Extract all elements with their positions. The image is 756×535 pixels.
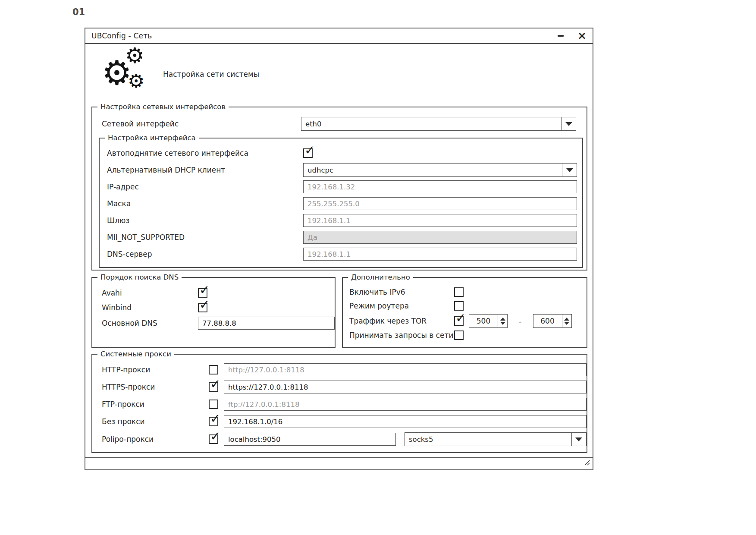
tor-checkbox[interactable]: ✓ <box>454 316 464 326</box>
winbind-label: Winbind <box>102 303 198 312</box>
ipv6-row: Включить IPv6 ✓ <box>349 286 587 298</box>
mask-label: Маска <box>107 199 303 208</box>
chevron-down-icon[interactable] <box>562 164 577 176</box>
spinner-buttons[interactable] <box>562 315 571 327</box>
chevron-down-icon[interactable] <box>561 117 576 130</box>
no-proxy-label: Без прокси <box>102 417 209 426</box>
accept-requests-label: Принимать запросы в сети <box>349 331 454 340</box>
http-proxy-label: HTTP-прокси <box>102 365 209 374</box>
tor-port-from-spinner[interactable]: 500 <box>469 314 508 328</box>
tor-port-from-value: 500 <box>469 315 498 327</box>
tor-port-to-spinner[interactable]: 600 <box>533 314 572 328</box>
ftp-proxy-checkbox[interactable]: ✓ <box>209 400 218 409</box>
gateway-input[interactable] <box>303 214 577 227</box>
triangle-down-icon <box>575 437 582 441</box>
https-proxy-row: HTTPS-прокси ✓ <box>102 381 587 393</box>
ftp-proxy-row: FTP-прокси ✓ <box>102 398 587 411</box>
minimize-button[interactable] <box>557 32 565 40</box>
no-proxy-input[interactable] <box>224 415 587 428</box>
gears-icon: ⚙ ⚙ ⚙ <box>102 44 154 100</box>
interface-select-value: eth0 <box>305 120 322 128</box>
avahi-label: Avahi <box>102 289 198 297</box>
avahi-checkbox[interactable]: ✓ <box>198 288 207 298</box>
primary-dns-label: Основной DNS <box>102 319 198 327</box>
ipv6-label: Включить IPv6 <box>349 288 454 296</box>
spin-up-icon[interactable] <box>500 318 505 321</box>
http-proxy-row: HTTP-прокси ✓ <box>102 363 587 376</box>
polipo-proxy-checkbox[interactable]: ✓ <box>209 434 218 444</box>
check-icon: ✓ <box>304 144 315 157</box>
dhcp-row: Альтернативный DHCP клиент udhcpc <box>107 163 577 177</box>
gear-medium-icon: ⚙ <box>125 45 144 66</box>
winbind-checkbox[interactable]: ✓ <box>198 303 207 312</box>
dns-order-group: Порядок поиска DNS Avahi ✓ Winbind ✓ Осн… <box>91 277 336 348</box>
app-window: UBConfig - Сеть × ⚙ ⚙ ⚙ Настройка сети с… <box>85 28 593 470</box>
mii-label: MII_NOT_SUPPORTED <box>107 233 303 242</box>
polipo-protocol-select[interactable]: socks5 <box>405 432 587 446</box>
primary-dns-input[interactable] <box>198 317 335 330</box>
http-proxy-checkbox[interactable]: ✓ <box>209 365 218 374</box>
https-proxy-label: HTTPS-прокси <box>102 383 209 391</box>
mii-input <box>303 231 577 244</box>
tor-label: Траффик через TOR <box>349 317 454 325</box>
gateway-row: Шлюз <box>107 214 577 227</box>
check-icon: ✓ <box>199 284 210 296</box>
gateway-label: Шлюз <box>107 216 303 225</box>
polipo-proxy-label: Polipo-прокси <box>102 435 209 444</box>
polipo-proxy-input[interactable] <box>224 433 396 446</box>
https-proxy-checkbox[interactable]: ✓ <box>209 382 218 392</box>
no-proxy-row: Без прокси ✓ <box>102 415 587 428</box>
router-mode-checkbox[interactable]: ✓ <box>454 301 464 311</box>
polipo-proxy-row: Polipo-прокси ✓ socks5 <box>102 432 587 446</box>
triangle-down-icon <box>565 122 572 126</box>
resize-grip-icon[interactable] <box>583 459 590 467</box>
chevron-down-icon[interactable] <box>571 433 586 446</box>
spin-up-icon[interactable] <box>564 318 569 321</box>
winbind-row: Winbind ✓ <box>102 302 335 313</box>
check-icon: ✓ <box>455 312 466 324</box>
mask-row: Маска <box>107 197 577 211</box>
autoup-checkbox[interactable]: ✓ <box>303 148 313 158</box>
proxies-group-legend: Системные прокси <box>97 350 174 358</box>
ftp-proxy-input[interactable] <box>224 398 587 411</box>
status-bar <box>85 457 593 469</box>
page-number: 01 <box>72 7 85 17</box>
dhcp-client-select[interactable]: udhcpc <box>303 163 577 177</box>
spinner-buttons[interactable] <box>498 315 507 327</box>
mii-row: MII_NOT_SUPPORTED <box>107 230 577 244</box>
dns-server-label: DNS-сервер <box>107 250 303 258</box>
dns-server-input[interactable] <box>303 248 577 261</box>
ip-input[interactable] <box>303 180 577 193</box>
autoup-row: Автоподнятие сетевого интерфейса ✓ <box>107 146 577 160</box>
dns-order-legend: Порядок поиска DNS <box>97 273 182 281</box>
interface-select[interactable]: eth0 <box>301 117 576 131</box>
accept-requests-checkbox[interactable]: ✓ <box>454 330 464 340</box>
spin-down-icon[interactable] <box>564 322 569 325</box>
port-range-separator: - <box>519 317 522 326</box>
window-title: UBConfig - Сеть <box>91 31 152 40</box>
titlebar: UBConfig - Сеть × <box>85 28 593 44</box>
tor-row: Траффик через TOR ✓ 500 - 600 <box>349 314 587 328</box>
tor-port-to-value: 600 <box>533 315 562 327</box>
mask-input[interactable] <box>303 197 577 210</box>
no-proxy-checkbox[interactable]: ✓ <box>209 417 218 426</box>
avahi-row: Avahi ✓ <box>102 287 335 299</box>
extra-group: Дополнительно Включить IPv6 ✓ Режим роут… <box>342 277 587 348</box>
ipv6-checkbox[interactable]: ✓ <box>454 287 464 297</box>
extra-group-legend: Дополнительно <box>348 273 413 281</box>
https-proxy-input[interactable] <box>224 381 587 393</box>
router-mode-label: Режим роутера <box>349 302 454 310</box>
autoup-label: Автоподнятие сетевого интерфейса <box>107 149 303 157</box>
ip-label: IP-адрес <box>107 183 303 191</box>
interface-label: Сетевой интерфейс <box>102 120 301 128</box>
dns-server-row: DNS-сервер <box>107 247 577 261</box>
interface-settings-group: Настройка интерфейса Автоподнятие сетево… <box>99 138 583 268</box>
minimize-icon <box>558 35 564 37</box>
spin-down-icon[interactable] <box>500 322 505 325</box>
close-button[interactable]: × <box>577 32 587 40</box>
http-proxy-input[interactable] <box>224 363 587 376</box>
check-icon: ✓ <box>199 299 210 311</box>
ip-row: IP-адрес <box>107 180 577 194</box>
triangle-down-icon <box>566 168 573 172</box>
page-title: Настройка сети системы <box>163 70 259 79</box>
